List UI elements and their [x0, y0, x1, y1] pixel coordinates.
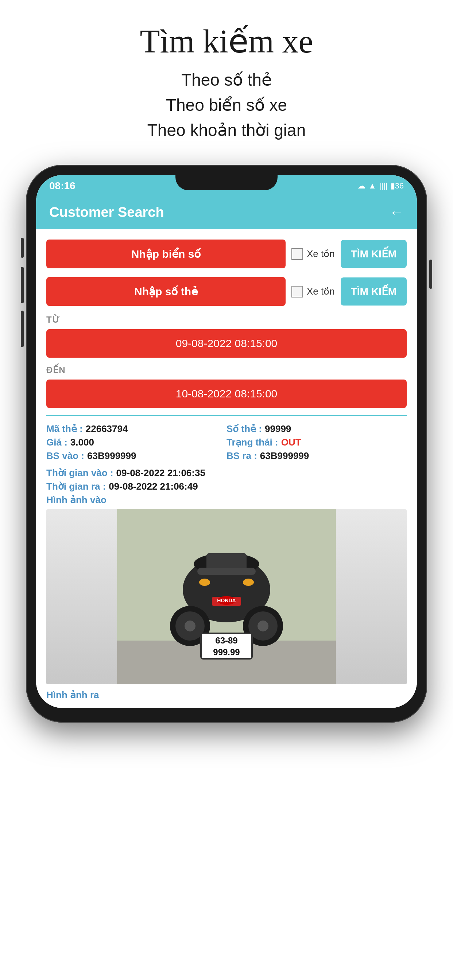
so-the-value: 99999 [265, 423, 291, 434]
volume-down-button [21, 310, 24, 347]
so-the-label: Số thẻ : [226, 423, 262, 434]
card-number-search-row: Nhập số thẻ Xe tồn TÌM KIẾM [46, 277, 407, 306]
so-the-item: Số thẻ : 99999 [226, 423, 407, 434]
svg-text:HONDA: HONDA [217, 598, 236, 603]
notch [175, 175, 278, 190]
thoi-gian-vao-row: Thời gian vào : 09-08-2022 21:06:35 [46, 468, 407, 479]
phone-frame: 08:16 ☁ ▲ |||| ▮36 Customer Search ← [26, 165, 427, 722]
mute-button [21, 238, 24, 258]
date-from-label: TỪ [46, 315, 407, 325]
license-plate-input[interactable]: Nhập biển số [46, 240, 286, 268]
page-subtitle: Theo số thẻ Theo biển số xe Theo khoản t… [33, 67, 420, 143]
svg-point-7 [243, 579, 254, 586]
page-header: Tìm kiếm xe Theo số thẻ Theo biển số xe … [26, 0, 427, 158]
date-from-input[interactable]: 09-08-2022 08:15:00 [46, 329, 407, 358]
status-time: 08:16 [49, 180, 75, 192]
thoi-gian-vao-value: 09-08-2022 21:06:35 [116, 468, 205, 479]
bs-ra-value: 63B999999 [260, 450, 309, 461]
phone-wrapper: 08:16 ☁ ▲ |||| ▮36 Customer Search ← [26, 165, 427, 722]
gia-item: Giá : 3.000 [46, 437, 226, 448]
search-button-2[interactable]: TÌM KIẾM [341, 277, 407, 305]
bs-ra-item: BS ra : 63B999999 [226, 450, 407, 461]
svg-text:63-89: 63-89 [215, 635, 238, 645]
card-number-input[interactable]: Nhập số thẻ [46, 277, 286, 306]
result-card: Mã thẻ : 22663794 Số thẻ : 99999 Giá : 3… [46, 415, 407, 708]
app-header-title: Customer Search [49, 205, 164, 220]
date-to-input[interactable]: 10-08-2022 08:15:00 [46, 380, 407, 408]
trang-thai-label: Trạng thái : [226, 437, 278, 448]
svg-rect-5 [197, 568, 256, 575]
bs-vao-label: BS vào : [46, 450, 84, 461]
bs-vao-value: 63B999999 [87, 450, 136, 461]
page-title: Tìm kiếm xe [33, 22, 420, 60]
xe-ton-label-1: Xe tồn [307, 248, 335, 259]
trang-thai-item: Trạng thái : OUT [226, 437, 407, 448]
app-content: Nhập biển số Xe tồn TÌM KIẾM Nhập số thẻ… [36, 229, 417, 708]
hinh-anh-ra-label: Hình ảnh ra [46, 684, 407, 708]
date-from-section: TỪ 09-08-2022 08:15:00 [46, 315, 407, 365]
checkbox-box-1[interactable] [292, 248, 303, 260]
gia-value: 3.000 [70, 437, 94, 448]
battery-icon: ▮36 [391, 181, 404, 191]
status-icons: ☁ ▲ |||| ▮36 [357, 181, 404, 191]
back-button[interactable]: ← [389, 204, 404, 221]
date-to-section: ĐẾN 10-08-2022 08:15:00 [46, 365, 407, 415]
result-grid: Mã thẻ : 22663794 Số thẻ : 99999 Giá : 3… [46, 423, 407, 461]
ma-the-value: 22663794 [86, 423, 128, 434]
gia-label: Giá : [46, 437, 67, 448]
date-to-label: ĐẾN [46, 365, 407, 375]
ma-the-label: Mã thẻ : [46, 423, 83, 434]
page-wrapper: Tìm kiếm xe Theo số thẻ Theo biển số xe … [26, 0, 427, 722]
search-button-1[interactable]: TÌM KIẾM [341, 240, 407, 268]
xe-ton-checkbox-1[interactable]: Xe tồn [292, 248, 335, 260]
power-button [429, 259, 432, 289]
bs-vao-item: BS vào : 63B999999 [46, 450, 226, 461]
ma-the-item: Mã thẻ : 22663794 [46, 423, 226, 434]
svg-point-6 [199, 579, 210, 586]
hinh-anh-vao-label: Hình ảnh vào [46, 495, 407, 506]
vehicle-image: 63-89 999.99 HONDA [46, 509, 407, 684]
status-bar: 08:16 ☁ ▲ |||| ▮36 [36, 175, 417, 197]
svg-point-15 [257, 620, 268, 632]
phone-screen: 08:16 ☁ ▲ |||| ▮36 Customer Search ← [36, 175, 417, 708]
bs-ra-label: BS ra : [226, 450, 257, 461]
trang-thai-value: OUT [281, 437, 301, 448]
xe-ton-label-2: Xe tồn [307, 286, 335, 297]
subtitle-line3: Theo khoản thời gian [147, 121, 306, 140]
license-plate-search-row: Nhập biển số Xe tồn TÌM KIẾM [46, 240, 407, 268]
app-header: Customer Search ← [36, 197, 417, 229]
wifi-icon: ▲ [368, 181, 376, 191]
cloud-icon: ☁ [357, 181, 365, 191]
thoi-gian-ra-label: Thời gian ra : [46, 481, 106, 492]
signal-icon: |||| [379, 181, 388, 191]
thoi-gian-ra-value: 09-08-2022 21:06:49 [109, 481, 198, 492]
subtitle-line1: Theo số thẻ [181, 70, 272, 89]
xe-ton-checkbox-2[interactable]: Xe tồn [292, 286, 335, 298]
volume-up-button [21, 267, 24, 303]
checkbox-box-2[interactable] [292, 286, 303, 298]
thoi-gian-ra-row: Thời gian ra : 09-08-2022 21:06:49 [46, 481, 407, 492]
vehicle-svg: 63-89 999.99 HONDA [46, 509, 407, 684]
subtitle-line2: Theo biển số xe [166, 95, 287, 115]
svg-point-12 [185, 620, 196, 632]
svg-text:999.99: 999.99 [213, 647, 239, 657]
thoi-gian-vao-label: Thời gian vào : [46, 468, 113, 479]
